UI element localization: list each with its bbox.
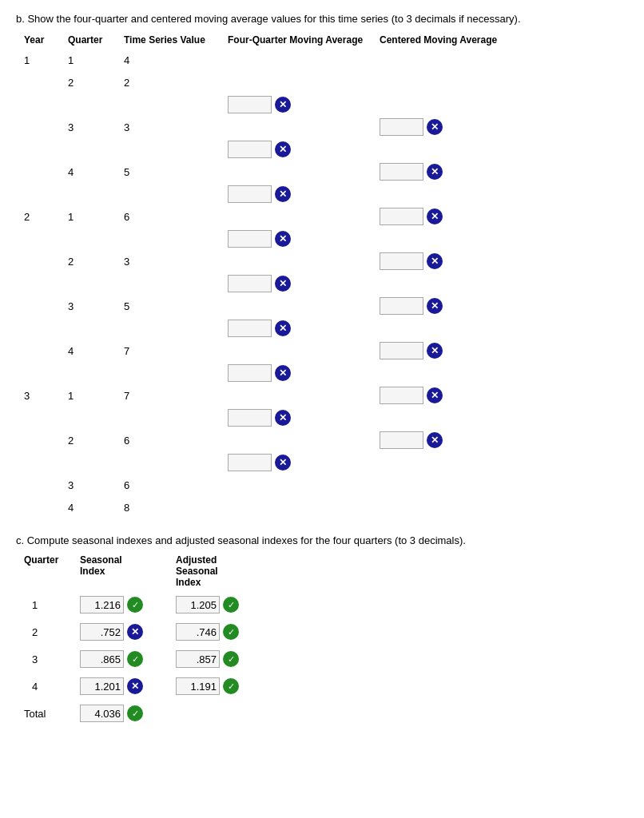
cell-fqma: ✕	[228, 185, 380, 203]
s-rows: 1✓✓2✕✓3✓✓4✕✓Total✓	[24, 593, 628, 725]
si-input[interactable]	[80, 623, 124, 641]
asi-input[interactable]	[176, 650, 220, 668]
check-icon[interactable]: ✓	[223, 651, 239, 667]
x-icon[interactable]: ✕	[427, 387, 443, 403]
x-icon[interactable]: ✕	[127, 678, 143, 694]
fqma-input[interactable]	[228, 275, 272, 292]
x-icon[interactable]: ✕	[427, 208, 443, 224]
cell-quarter: 1	[68, 390, 124, 402]
s-total-si-cell: ✓	[80, 705, 176, 722]
cell-year: 1	[24, 54, 68, 66]
check-icon[interactable]: ✓	[223, 597, 239, 613]
cell-quarter: 3	[68, 300, 124, 312]
check-icon[interactable]: ✓	[127, 705, 143, 721]
seasonal-row: 1✓✓	[24, 593, 628, 617]
fqma-input[interactable]	[228, 141, 272, 158]
asi-input[interactable]	[176, 623, 220, 641]
cell-tsv: 8	[124, 502, 228, 514]
fqma-input[interactable]	[228, 230, 272, 248]
x-icon[interactable]: ✕	[427, 298, 443, 314]
x-icon[interactable]: ✕	[427, 432, 443, 448]
cell-quarter: 4	[68, 166, 124, 178]
cma-input[interactable]	[380, 208, 423, 225]
cell-quarter: 4	[68, 502, 124, 514]
seasonal-table: Quarter Seasonal Index Adjusted Seasonal…	[16, 554, 628, 725]
x-icon[interactable]: ✕	[127, 624, 143, 640]
cma-input[interactable]	[380, 163, 423, 181]
cell-cma: ✕	[380, 387, 515, 404]
s-header-quarter: Quarter	[24, 554, 80, 588]
table-header: Year Quarter Time Series Value Four-Quar…	[16, 34, 628, 46]
cell-cma: ✕	[380, 118, 515, 136]
cell-fqma: ✕	[228, 141, 380, 158]
check-icon[interactable]: ✓	[223, 678, 239, 694]
total-si-input[interactable]	[80, 705, 124, 722]
fqma-input[interactable]	[228, 320, 272, 337]
table-row: 45✕	[24, 161, 628, 183]
seasonal-total-row: Total✓	[24, 701, 628, 725]
s-cell-quarter: 3	[24, 653, 80, 665]
section-c-container: c. Compute seasonal indexes and adjusted…	[16, 534, 628, 725]
cell-quarter: 1	[68, 211, 124, 223]
seasonal-row: 3✓✓	[24, 647, 628, 671]
x-icon[interactable]: ✕	[275, 231, 291, 247]
x-icon[interactable]: ✕	[427, 343, 443, 359]
x-icon[interactable]: ✕	[275, 455, 291, 471]
x-icon[interactable]: ✕	[427, 253, 443, 269]
x-icon[interactable]: ✕	[275, 186, 291, 202]
x-icon[interactable]: ✕	[275, 97, 291, 113]
table-row: ✕	[24, 272, 628, 295]
cma-input[interactable]	[380, 252, 423, 270]
check-icon[interactable]: ✓	[223, 624, 239, 640]
table-row: ✕	[24, 228, 628, 250]
table-row: 26✕	[24, 429, 628, 451]
fqma-input[interactable]	[228, 185, 272, 203]
check-icon[interactable]: ✓	[127, 651, 143, 667]
fqma-input[interactable]	[228, 96, 272, 113]
table-row: 48	[24, 496, 628, 518]
cma-input[interactable]	[380, 431, 423, 449]
cell-cma: ✕	[380, 297, 515, 315]
table-row: ✕	[24, 451, 628, 474]
x-icon[interactable]: ✕	[275, 320, 291, 336]
x-icon[interactable]: ✕	[275, 410, 291, 426]
cell-quarter: 2	[68, 435, 124, 447]
s-cell-si: ✓	[80, 596, 176, 614]
cma-input[interactable]	[380, 118, 423, 136]
cma-input[interactable]	[380, 297, 423, 315]
s-total-label: Total	[24, 708, 80, 720]
x-icon[interactable]: ✕	[275, 276, 291, 292]
s-header-si: Seasonal Index	[80, 554, 176, 588]
cell-cma: ✕	[380, 208, 515, 225]
header-fqma: Four-Quarter Moving Average	[228, 34, 380, 46]
table-row: ✕	[24, 362, 628, 384]
table-row: 317✕	[24, 384, 628, 407]
check-icon[interactable]: ✓	[127, 597, 143, 613]
cell-fqma: ✕	[228, 96, 380, 113]
asi-input[interactable]	[176, 596, 220, 614]
cell-tsv: 7	[124, 345, 228, 357]
cell-quarter: 3	[68, 479, 124, 491]
asi-input[interactable]	[176, 677, 220, 695]
header-cma: Centered Moving Average	[380, 34, 515, 46]
cma-input[interactable]	[380, 387, 423, 404]
cell-year: 3	[24, 390, 68, 402]
fqma-input[interactable]	[228, 409, 272, 427]
cell-tsv: 7	[124, 390, 228, 402]
si-input[interactable]	[80, 596, 124, 614]
cell-tsv: 3	[124, 256, 228, 268]
si-input[interactable]	[80, 677, 124, 695]
cell-quarter: 3	[68, 121, 124, 133]
fqma-input[interactable]	[228, 454, 272, 471]
si-input[interactable]	[80, 650, 124, 668]
cell-quarter: 1	[68, 54, 124, 66]
cma-input[interactable]	[380, 342, 423, 359]
s-cell-asi: ✓	[176, 677, 280, 695]
x-icon[interactable]: ✕	[275, 141, 291, 157]
x-icon[interactable]: ✕	[427, 119, 443, 135]
fqma-input[interactable]	[228, 364, 272, 382]
x-icon[interactable]: ✕	[275, 365, 291, 381]
section-b-label: b. Show the four-quarter and centered mo…	[16, 13, 628, 25]
cell-quarter: 4	[68, 345, 124, 357]
x-icon[interactable]: ✕	[427, 164, 443, 180]
